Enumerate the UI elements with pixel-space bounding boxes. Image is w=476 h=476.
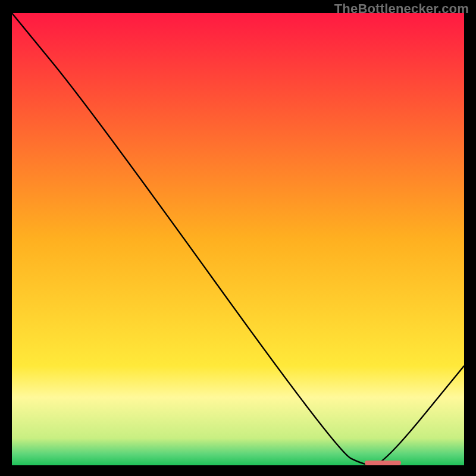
chart-frame: TheBottlenecker.com (0, 0, 476, 476)
plot-svg (12, 13, 464, 465)
plot-area (12, 13, 464, 465)
gradient-bg (12, 13, 464, 465)
optimal-marker (365, 461, 401, 465)
